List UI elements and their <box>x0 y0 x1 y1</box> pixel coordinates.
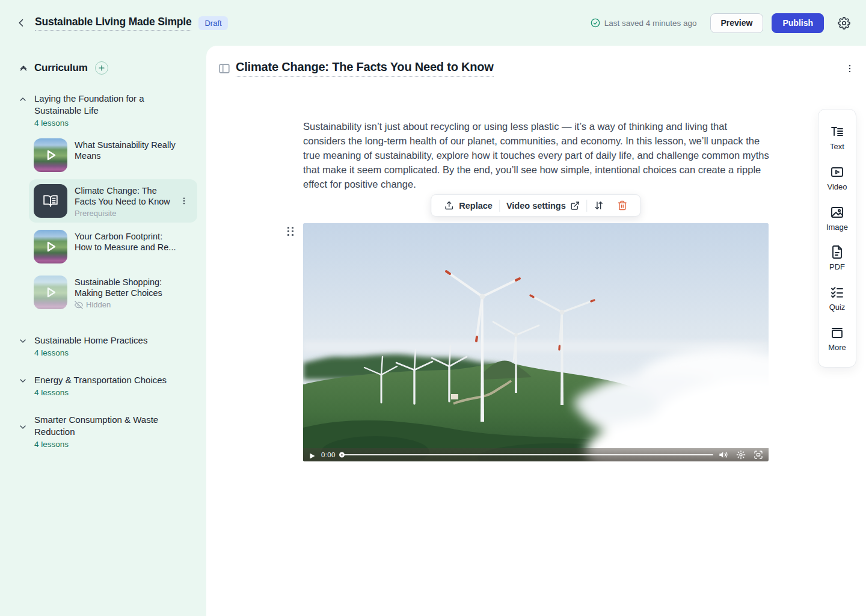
chevron-down-icon[interactable] <box>18 336 28 346</box>
tool-label: Quiz <box>829 303 846 312</box>
tool-label: Image <box>826 223 848 232</box>
publish-button[interactable]: Publish <box>772 13 824 33</box>
section-text: Sustainable Home Practices 4 lessons <box>34 334 147 357</box>
play-icon <box>34 276 67 309</box>
tool-image[interactable]: Image <box>818 205 856 232</box>
drag-handle[interactable] <box>287 227 295 238</box>
section-text: Smarter Consumption & Waste Reduction 4 … <box>34 414 173 449</box>
section-lesson-count: 4 lessons <box>34 348 147 357</box>
topbar: Sustainable Living Made Simple Draft Las… <box>0 0 866 46</box>
pdf-icon <box>830 245 844 259</box>
reorder-arrows-icon[interactable] <box>588 200 611 211</box>
quiz-icon <box>830 285 844 300</box>
gear-icon[interactable] <box>836 15 852 31</box>
course-title[interactable]: Sustainable Living Made Simple <box>35 16 191 31</box>
video-progress-bar[interactable] <box>341 454 713 455</box>
curriculum-title: Curriculum <box>34 62 88 74</box>
replace-label: Replace <box>459 201 493 211</box>
section-title: Energy & Transportation Choices <box>34 374 167 386</box>
tool-label: More <box>828 343 846 352</box>
lesson-title: Sustainable Shopping: Making Better Choi… <box>75 277 177 298</box>
fullscreen-icon[interactable] <box>754 450 763 460</box>
section-text: Energy & Transportation Choices 4 lesson… <box>34 374 167 397</box>
video-settings-button[interactable]: Video settings <box>500 201 587 211</box>
lesson-title: Climate Change: The Facts You Need to Kn… <box>75 185 177 207</box>
lesson-title: What Sustainability Really Means <box>75 140 177 161</box>
eye-off-icon <box>75 301 83 309</box>
section-lesson-count: 4 lessons <box>34 388 167 397</box>
collapse-all-icon[interactable] <box>18 63 29 73</box>
block-toolbar: Replace Video settings <box>431 194 640 217</box>
lesson-thumbnail <box>34 276 67 309</box>
curriculum-section: Energy & Transportation Choices 4 lesson… <box>0 374 206 397</box>
tool-label: Video <box>827 182 847 191</box>
lesson-prerequisite-label: Prerequisite <box>75 209 177 218</box>
chevron-down-icon[interactable] <box>18 376 28 386</box>
lesson-text: What Sustainability Really Means <box>75 138 177 161</box>
volume-icon[interactable] <box>719 450 728 460</box>
section-title: Laying the Foundation for a Sustainable … <box>34 93 173 117</box>
section-title: Sustainable Home Practices <box>34 334 147 346</box>
chevron-down-icon[interactable] <box>18 422 28 432</box>
lesson-row[interactable]: What Sustainability Really Means <box>29 134 197 177</box>
image-icon <box>830 205 844 220</box>
panel-left-icon[interactable] <box>218 62 231 75</box>
video-player[interactable]: 0:00 <box>303 223 769 461</box>
replace-button[interactable]: Replace <box>437 200 499 211</box>
more-icon <box>830 325 844 340</box>
curriculum-header: Curriculum <box>0 61 206 75</box>
trash-icon[interactable] <box>611 200 634 211</box>
lesson-editor-panel: Climate Change: The Facts You Need to Kn… <box>206 46 866 616</box>
hidden-text: Hidden <box>86 300 111 309</box>
insert-tools-panel: Text Video Image PDF Quiz More <box>818 109 856 368</box>
external-link-icon <box>571 201 580 211</box>
plus-circle-icon[interactable] <box>95 61 108 75</box>
lesson-thumbnail <box>34 230 67 263</box>
play-icon <box>34 230 67 263</box>
kebab-menu-icon[interactable] <box>844 63 855 74</box>
section-header[interactable]: Sustainable Home Practices 4 lessons <box>0 334 206 357</box>
tool-more[interactable]: More <box>818 325 856 352</box>
lesson-row[interactable]: Your Carbon Footprint: How to Measure an… <box>29 225 197 268</box>
lesson-text: Your Carbon Footprint: How to Measure an… <box>75 230 177 253</box>
text-icon <box>830 125 844 139</box>
preview-button[interactable]: Preview <box>710 13 764 33</box>
tool-text[interactable]: Text <box>818 125 856 151</box>
section-text: Laying the Foundation for a Sustainable … <box>34 93 173 128</box>
chevron-up-icon[interactable] <box>18 94 28 104</box>
lesson-list: What Sustainability Really Means Climate… <box>29 134 197 314</box>
upload-icon <box>444 200 454 211</box>
lesson-row-selected[interactable]: Climate Change: The Facts You Need to Kn… <box>29 179 197 223</box>
section-header[interactable]: Energy & Transportation Choices 4 lesson… <box>0 374 206 397</box>
lesson-intro-paragraph[interactable]: Sustainability isn’t just about recyclin… <box>303 119 769 191</box>
settings-icon[interactable] <box>736 450 746 460</box>
topbar-actions: Last saved 4 minutes ago Preview Publish <box>591 13 852 33</box>
kebab-menu-icon[interactable] <box>179 196 189 206</box>
video-timestamp: 0:00 <box>321 451 336 458</box>
status-badge: Draft <box>198 16 227 30</box>
tool-video[interactable]: Video <box>818 165 856 191</box>
tool-label: PDF <box>829 262 845 271</box>
curriculum-section: Sustainable Home Practices 4 lessons <box>0 334 206 357</box>
section-title: Smarter Consumption & Waste Reduction <box>34 414 173 438</box>
lesson-title-heading[interactable]: Climate Change: The Facts You Need to Kn… <box>236 60 494 77</box>
section-lesson-count: 4 lessons <box>34 119 173 128</box>
lesson-header: Climate Change: The Facts You Need to Kn… <box>218 60 855 77</box>
video-control-bar: 0:00 <box>303 448 769 461</box>
video-icon <box>830 165 844 179</box>
section-header[interactable]: Smarter Consumption & Waste Reduction 4 … <box>0 414 206 449</box>
curriculum-section: Smarter Consumption & Waste Reduction 4 … <box>0 414 206 449</box>
back-icon[interactable] <box>14 16 29 30</box>
reading-lesson-tile <box>34 184 67 218</box>
video-thumbnail-scene <box>303 223 769 461</box>
curriculum-section: Laying the Foundation for a Sustainable … <box>0 93 206 314</box>
video-scrubber-knob[interactable] <box>339 452 345 458</box>
play-icon <box>34 138 67 172</box>
play-icon[interactable] <box>309 451 316 458</box>
section-header[interactable]: Laying the Foundation for a Sustainable … <box>0 93 206 128</box>
tool-pdf[interactable]: PDF <box>818 245 856 271</box>
lesson-row-hidden[interactable]: Sustainable Shopping: Making Better Choi… <box>29 271 197 314</box>
tool-quiz[interactable]: Quiz <box>818 285 856 312</box>
curriculum-sidebar: Curriculum Laying the Foundation for a S… <box>0 46 206 616</box>
save-status: Last saved 4 minutes ago <box>591 18 697 28</box>
